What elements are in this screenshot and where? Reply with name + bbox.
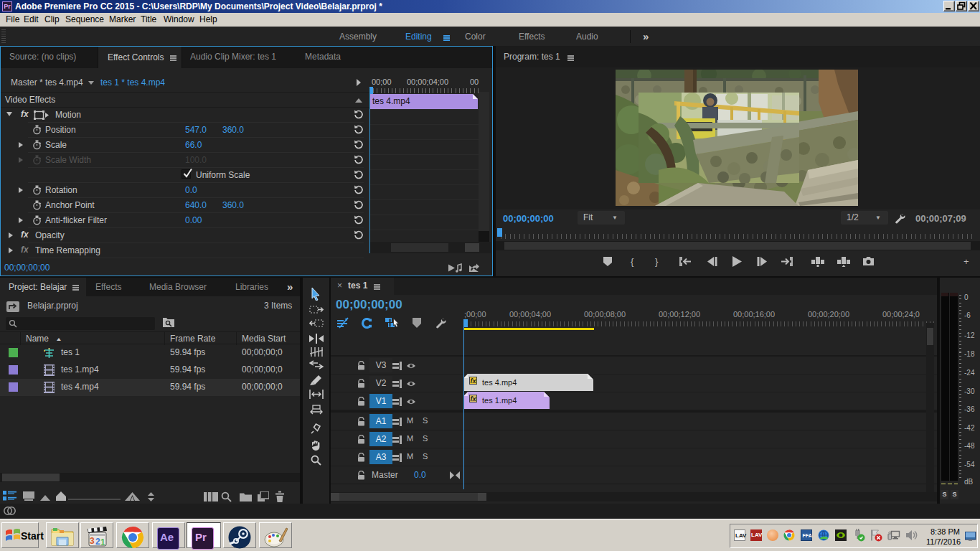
svg-text:3: 3 [90,536,95,546]
svg-text:1: 1 [100,537,105,547]
svg-text:2: 2 [95,537,100,547]
